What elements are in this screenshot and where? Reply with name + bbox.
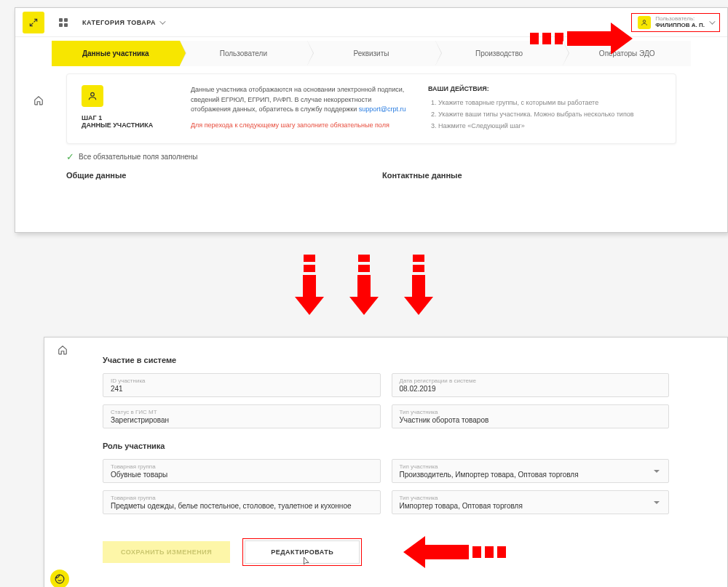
category-dropdown[interactable]: КАТЕГОРИЯ ТОВАРА [82,19,164,26]
field-type: Тип участника Участник оборота товаров [392,404,670,428]
section-system: Участие в системе [103,356,669,364]
annotation-arrow-user [530,23,633,55]
help-button[interactable] [50,570,69,587]
section-general: Общие данные [66,171,360,180]
chevron-down-icon [159,18,165,24]
cursor-icon [302,556,311,569]
status-text: Все обязательные поля заполнены [79,153,198,161]
actions-block: ВАШИ ДЕЙСТВИЯ: Укажите товарные группы, … [428,85,661,132]
warning-text: Для перехода к следующему шагу заполните… [191,121,406,130]
screenshot-bottom: Участие в системе ID участника 241 Дата … [44,337,728,587]
field-id: ID участника 241 [103,373,381,397]
step-title: ДАННЫЕ УЧАСТНИКА [82,121,169,129]
field-group-2: Товарная группа Предметы одежды, белье п… [103,490,381,514]
tab-requisites[interactable]: Реквизиты [307,41,435,66]
step-icon [82,85,103,107]
status-row: ✓ Все обязательные поля заполнены [66,151,676,162]
action-item: Укажите ваши типы участника. Можно выбра… [438,108,661,120]
expand-icon [28,17,39,28]
support-link[interactable]: support@crpt.ru [359,105,406,113]
save-button[interactable]: СОХРАНИТЬ ИЗМЕНЕНИЯ [103,541,230,563]
tab-participant-data[interactable]: Данные участника [52,41,180,66]
actions-title: ВАШИ ДЕЙСТВИЯ: [428,85,661,92]
step-number: ШАГ 1 [82,114,169,121]
logo-button[interactable] [23,12,44,33]
section-role: Роль участника [103,442,669,450]
info-text: Данные участника отображаются на основан… [191,85,406,132]
grid-icon[interactable] [59,18,68,27]
chevron-down-icon [709,18,715,24]
action-item: Укажите товарные группы, с которыми вы р… [438,97,661,108]
info-card: ШАГ 1 ДАННЫЕ УЧАСТНИКА Данные участника … [66,73,676,144]
annotation-arrows-down [7,255,721,315]
check-icon: ✓ [66,151,74,162]
home-icon[interactable] [33,95,44,108]
tab-users[interactable]: Пользователи [180,41,308,66]
section-contact: Контактные данные [382,171,676,180]
field-group-1: Товарная группа Обувные товары [103,459,381,483]
field-status: Статус в ГИС МТ Зарегистрирован [103,404,381,428]
field-role-2[interactable]: Тип участника Импортер товара, Оптовая т… [392,490,670,514]
category-label: КАТЕГОРИЯ ТОВАРА [82,19,156,26]
edit-button[interactable]: РЕДАКТИРОВАТЬ [245,540,360,564]
action-item: Нажмите «Следующий шаг» [438,120,661,132]
user-text: Пользователь: ФИЛИППОВ А. П. [655,16,705,29]
annotation-arrow-edit [403,536,506,568]
user-icon [638,16,651,29]
field-reg-date: Дата регистрации в системе 08.02.2019 [392,373,670,397]
field-role-1[interactable]: Тип участника Производитель, Импортер то… [392,459,670,483]
user-menu[interactable]: Пользователь: ФИЛИППОВ А. П. [631,13,720,32]
screenshot-top: КАТЕГОРИЯ ТОВАРА Пользователь: ФИЛИППОВ … [15,7,728,233]
